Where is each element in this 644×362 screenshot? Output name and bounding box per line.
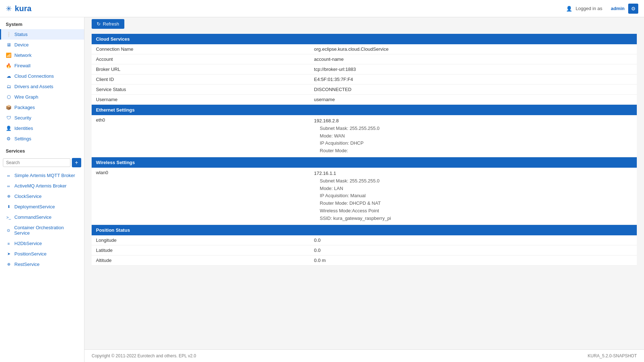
nav-label-drivers-assets: Drivers and Assets [14,84,53,89]
search-row: + [0,155,84,170]
row-label: Longitude [92,235,310,245]
section-header-cloud-services: Cloud Services [92,34,637,44]
sidebar-item-packages[interactable]: 📦Packages [0,102,84,113]
sidebar-item-security[interactable]: 🛡Security [0,113,84,123]
sidebar-item-status[interactable]: ❕Status [0,29,84,40]
gear-button[interactable]: ⚙ [628,4,638,14]
add-service-button[interactable]: + [72,158,81,167]
service-icon-command-service: >_ [6,215,12,220]
nav-label-firewall: Firewall [14,63,31,68]
sidebar-service-simple-artemis-mqtt[interactable]: ∞Simple Artemis MQTT Broker [0,170,84,181]
table-row: Longitude0.0 [92,235,637,245]
row-value: 0.0 [310,245,637,255]
row-value: 192.168.2.8Subnet Mask: 255.255.255.0Mod… [310,115,637,157]
system-section-title: System [0,17,84,29]
main-content: Status ↻ Refresh Cloud ServicesConnectio… [84,0,644,349]
nav-label-cloud-connections: Cloud Connections [14,73,54,79]
row-value: E4:5F:01:35:7F:F4 [310,74,637,85]
nav-icon-wire-graph: ⬡ [6,94,12,100]
row-label: Altitude [92,255,310,265]
nav-label-identities: Identities [14,126,33,131]
row-value: username [310,95,637,105]
row-label: eth0 [92,115,310,157]
row-value: account-name [310,54,637,64]
sidebar-service-rest-service[interactable]: ⊕RestService [0,259,84,270]
nav-icon-settings: ⚙ [6,136,12,141]
nav-icon-identities: 👤 [6,126,12,131]
nav-items: ❕Status🖥Device📶Network🔥Firewall☁Cloud Co… [0,29,84,144]
service-label-activemq-artemis: ActiveMQ Artemis Broker [14,183,66,189]
logo-area: ✳ kura [6,4,31,13]
sidebar-item-wire-graph[interactable]: ⬡Wire Graph [0,92,84,102]
row-value: org.eclipse.kura.cloud.CloudService [310,44,637,54]
nav-icon-security: 🛡 [6,115,12,121]
sidebar-item-identities[interactable]: 👤Identities [0,123,84,134]
row-label: Broker URL [92,64,310,74]
table-row: Usernameusername [92,95,637,105]
refresh-icon: ↻ [97,21,101,27]
sidebar-service-deployment-service[interactable]: ⬇DeploymentService [0,202,84,212]
refresh-label: Refresh [103,21,119,27]
row-label: Service Status [92,85,310,95]
sidebar-item-network[interactable]: 📶Network [0,50,84,60]
nav-label-network: Network [14,53,32,58]
sidebar-service-h2db-service[interactable]: ≡H2DbService [0,238,84,249]
sidebar-item-firewall[interactable]: 🔥Firewall [0,60,84,71]
table-row: Accountaccount-name [92,54,637,64]
section-title-ethernet-settings: Ethernet Settings [92,105,637,116]
service-label-clock-service: ClockService [14,194,42,199]
sidebar-item-drivers-assets[interactable]: 🗂Drivers and Assets [0,81,84,92]
sidebar-service-clock-service[interactable]: ⊕ClockService [0,191,84,202]
section-title-wireless-settings: Wireless Settings [92,157,637,168]
nav-icon-drivers-assets: 🗂 [6,84,12,89]
nav-icon-device: 🖥 [6,42,12,47]
sidebar-service-container-orchestration[interactable]: ⊙Container Orchestration Service [0,222,84,238]
service-icon-h2db-service: ≡ [6,241,12,246]
search-input[interactable] [3,158,70,167]
row-label: wlan0 [92,168,310,225]
row-label: Client ID [92,74,310,85]
copyright-text: Copyright © 2011-2022 Eurotech and other… [92,353,196,358]
service-icon-rest-service: ⊕ [6,262,12,267]
row-value: 172.16.1.1Subnet Mask: 255.255.255.0Mode… [310,168,637,225]
section-title-cloud-services: Cloud Services [92,34,637,44]
service-icon-activemq-artemis: ∞ [6,184,12,188]
row-value: 0.0 m [310,255,637,265]
sidebar-service-activemq-artemis[interactable]: ∞ActiveMQ Artemis Broker [0,181,84,191]
sidebar-service-position-service[interactable]: ➤PositionService [0,249,84,259]
service-label-deployment-service: DeploymentService [14,204,55,209]
footer: Copyright © 2011-2022 Eurotech and other… [84,349,644,362]
services-section-title: Services [0,144,84,155]
table-row: Altitude0.0 m [92,255,637,265]
logged-in-label: Logged in as [576,6,602,11]
nav-icon-status: ❕ [6,32,12,37]
table-row: wlan0172.16.1.1Subnet Mask: 255.255.255.… [92,168,637,225]
refresh-button[interactable]: ↻ Refresh [92,19,124,29]
row-value: tcp://broker-url:1883 [310,64,637,74]
nav-icon-network: 📶 [6,53,12,58]
service-label-simple-artemis-mqtt: Simple Artemis MQTT Broker [14,173,75,178]
username-display: admin [611,6,625,11]
table-row: Client IDE4:5F:01:35:7F:F4 [92,74,637,85]
sidebar-item-cloud-connections[interactable]: ☁Cloud Connections [0,71,84,81]
nav-label-wire-graph: Wire Graph [14,94,38,100]
status-table: Cloud ServicesConnection Nameorg.eclipse… [92,34,637,266]
sidebar-item-device[interactable]: 🖥Device [0,40,84,50]
service-icon-clock-service: ⊕ [6,194,12,199]
service-icon-deployment-service: ⬇ [6,204,12,209]
service-icon-container-orchestration: ⊙ [6,228,11,233]
logo-text: kura [15,4,31,13]
table-row: eth0192.168.2.8Subnet Mask: 255.255.255.… [92,115,637,157]
sidebar-service-command-service[interactable]: >_CommandService [0,212,84,222]
section-header-wireless-settings: Wireless Settings [92,157,637,168]
section-header-position-status: Position Status [92,225,637,235]
service-label-position-service: PositionService [14,251,47,257]
table-row: Connection Nameorg.eclipse.kura.cloud.Cl… [92,44,637,54]
section-title-position-status: Position Status [92,225,637,235]
nav-icon-firewall: 🔥 [6,63,12,68]
nav-icon-cloud-connections: ☁ [6,73,12,79]
sidebar-item-settings[interactable]: ⚙Settings [0,134,84,144]
service-items: ∞Simple Artemis MQTT Broker∞ActiveMQ Art… [0,170,84,270]
service-label-command-service: CommandService [14,214,51,220]
nav-label-device: Device [14,42,29,47]
